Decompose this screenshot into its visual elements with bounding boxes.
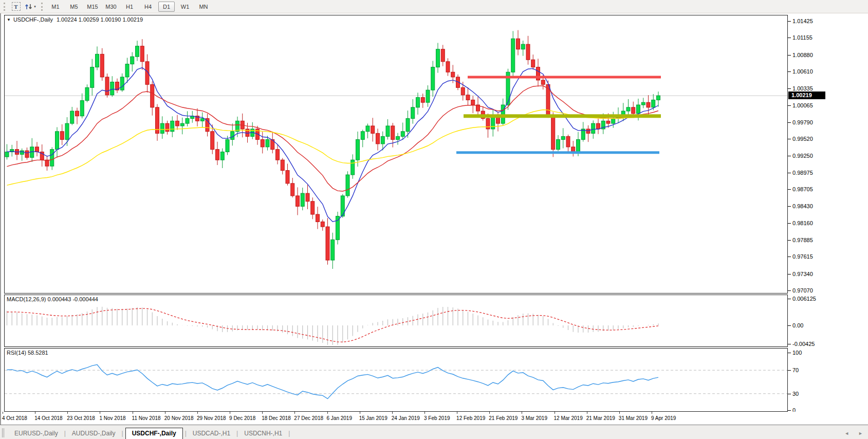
price-axis-tick bbox=[788, 240, 791, 241]
price-axis-label: 0.99790 bbox=[792, 119, 813, 125]
date-axis-label: 3 Feb 2019 bbox=[424, 415, 450, 421]
date-axis-tick bbox=[619, 412, 620, 414]
macd-axis-label: -0.00425 bbox=[792, 341, 815, 347]
price-axis-label: 1.00335 bbox=[792, 85, 813, 92]
tab-eurusd-daily[interactable]: EURUSD-,Daily bbox=[8, 428, 64, 439]
price-axis-tick bbox=[788, 139, 791, 139]
macd-indicator-pane[interactable]: MACD(12,26,9) 0.000443 -0.000444 bbox=[4, 295, 788, 347]
arrange-arrows-button[interactable]: ▾ bbox=[24, 1, 36, 12]
price-axis-label: 1.01425 bbox=[792, 18, 813, 24]
chart-window: ▼ USDCHF-,Daily 1.00224 1.00259 1.00190 … bbox=[0, 13, 868, 425]
date-axis-label: 12 Feb 2019 bbox=[456, 415, 485, 421]
timeframe-button-m15[interactable]: M15 bbox=[84, 2, 101, 12]
price-chart-pane[interactable]: ▼ USDCHF-,Daily 1.00224 1.00259 1.00190 … bbox=[4, 15, 788, 294]
date-axis-tick bbox=[230, 412, 230, 414]
date-axis-tick bbox=[522, 412, 522, 414]
toolbar-grip-icon[interactable] bbox=[4, 3, 5, 11]
timeframe-button-m30[interactable]: M30 bbox=[103, 2, 119, 12]
timeframe-button-h1[interactable]: H1 bbox=[121, 2, 138, 12]
date-axis-label: 21 Mar 2019 bbox=[586, 415, 615, 421]
rsi-axis-label: 100 bbox=[792, 350, 802, 356]
timeframe-button-d1[interactable]: D1 bbox=[158, 2, 175, 12]
current-price-badge: 1.00219 bbox=[788, 92, 825, 99]
rsi-chart[interactable] bbox=[5, 349, 787, 411]
chart-ohlc-values: 1.00224 1.00259 1.00190 1.00219 bbox=[57, 16, 143, 23]
price-axis-tick bbox=[788, 206, 791, 207]
date-axis-tick bbox=[489, 412, 490, 414]
sort-arrows-icon bbox=[25, 3, 33, 11]
time-axis[interactable]: 4 Oct 201814 Oct 201823 Oct 20181 Nov 20… bbox=[1, 412, 868, 425]
toolbar-separator-grip-icon[interactable] bbox=[41, 3, 43, 11]
date-axis-tick bbox=[424, 412, 425, 414]
price-axis-tick bbox=[788, 105, 791, 106]
price-axis-label: 0.99520 bbox=[792, 136, 813, 142]
price-axis-tick bbox=[788, 257, 791, 257]
date-axis-label: 20 Nov 2018 bbox=[164, 415, 194, 421]
text-tool-icon: T bbox=[12, 2, 21, 11]
timeframe-button-m1[interactable]: M1 bbox=[47, 2, 64, 12]
timeframe-button-group: M1M5M15M30H1H4D1W1MN bbox=[46, 2, 213, 12]
chart-title: ▼ USDCHF-,Daily 1.00224 1.00259 1.00190 … bbox=[7, 16, 143, 23]
tab-scroll-right-icon[interactable]: ► bbox=[858, 431, 863, 436]
text-tool-button[interactable]: T bbox=[10, 1, 22, 12]
price-axis-tick bbox=[788, 189, 791, 190]
price-axis-label: 1.00610 bbox=[792, 68, 813, 75]
macd-chart[interactable] bbox=[5, 295, 787, 346]
tab-scroll-arrows: ◄ ► bbox=[844, 431, 863, 436]
date-axis-tick bbox=[197, 412, 198, 414]
date-axis-label: 24 Jan 2019 bbox=[392, 415, 420, 421]
tab-bar-grip-icon bbox=[2, 428, 4, 437]
price-axis-label: 1.00065 bbox=[792, 102, 813, 108]
top-toolbar: T ▾ M1M5M15M30H1H4D1W1MN bbox=[0, 0, 868, 13]
macd-axis-label: 0.006125 bbox=[792, 296, 816, 302]
date-axis-tick bbox=[67, 412, 68, 414]
price-axis-label: 0.98160 bbox=[792, 220, 813, 226]
chart-tabs: EURUSD-,Daily|AUDUSD-,Daily|USDCHF-,Dail… bbox=[8, 428, 290, 439]
date-axis-tick bbox=[3, 412, 3, 414]
candlestick-chart[interactable] bbox=[5, 15, 787, 293]
date-axis-label: 9 Dec 2018 bbox=[229, 415, 255, 421]
price-axis-tick bbox=[788, 71, 791, 72]
date-axis-tick bbox=[327, 412, 328, 414]
chart-symbol-label: USDCHF-,Daily bbox=[13, 16, 53, 23]
date-axis-tick bbox=[133, 412, 133, 414]
price-axis-tick bbox=[788, 173, 791, 173]
rsi-indicator-pane[interactable]: RSI(14) 58.5281 bbox=[4, 348, 788, 412]
tab-usdchf-daily[interactable]: USDCHF-,Daily bbox=[125, 428, 183, 439]
date-axis-label: 18 Dec 2018 bbox=[262, 415, 291, 421]
tab-audusd-daily[interactable]: AUDUSD-,Daily bbox=[66, 428, 122, 439]
rsi-axis-tick bbox=[788, 410, 791, 411]
timeframe-button-w1[interactable]: W1 bbox=[177, 2, 193, 12]
date-axis-label: 12 Mar 2019 bbox=[554, 415, 583, 421]
date-axis-tick bbox=[165, 412, 165, 414]
macd-label: MACD(12,26,9) 0.000443 -0.000444 bbox=[7, 296, 98, 302]
price-axis-tick bbox=[788, 88, 791, 89]
tab-scroll-left-icon[interactable]: ◄ bbox=[844, 431, 849, 436]
timeframe-button-h4[interactable]: H4 bbox=[140, 2, 156, 12]
date-axis-label: 29 Nov 2018 bbox=[197, 415, 226, 421]
price-axis-label: 1.00880 bbox=[792, 52, 813, 58]
date-axis-label: 11 Nov 2018 bbox=[132, 415, 161, 421]
price-axis-tick bbox=[788, 55, 791, 56]
price-axis-label: 0.97885 bbox=[792, 237, 813, 243]
price-axis-tick bbox=[788, 156, 791, 156]
timeframe-button-mn[interactable]: MN bbox=[195, 2, 212, 12]
timeframe-button-m5[interactable]: M5 bbox=[66, 2, 82, 12]
tab-usdcad-h1[interactable]: USDCAD-,H1 bbox=[187, 428, 236, 439]
date-axis-tick bbox=[262, 412, 263, 414]
date-axis-tick bbox=[35, 412, 35, 414]
date-axis-tick bbox=[100, 412, 100, 414]
date-axis-label: 15 Jan 2019 bbox=[359, 415, 387, 421]
date-axis-label: 23 Oct 2018 bbox=[67, 415, 95, 421]
price-axis-label: 1.01155 bbox=[792, 34, 812, 41]
chevron-down-icon[interactable]: ▾ bbox=[34, 5, 36, 9]
price-axis-label: 0.97340 bbox=[792, 271, 813, 277]
tab-usdcnh-h1[interactable]: USDCNH-,H1 bbox=[238, 428, 288, 439]
macd-axis-tick bbox=[788, 325, 791, 326]
price-axis-label: 0.98705 bbox=[792, 186, 813, 192]
price-axis-label: 0.97615 bbox=[792, 253, 813, 260]
date-axis-label: 6 Jan 2019 bbox=[327, 415, 353, 421]
collapse-icon[interactable]: ▼ bbox=[7, 17, 11, 22]
price-axis[interactable]: 1.00219 1.014251.011551.008801.006101.00… bbox=[788, 13, 868, 412]
date-axis-label: 27 Dec 2018 bbox=[294, 415, 323, 421]
